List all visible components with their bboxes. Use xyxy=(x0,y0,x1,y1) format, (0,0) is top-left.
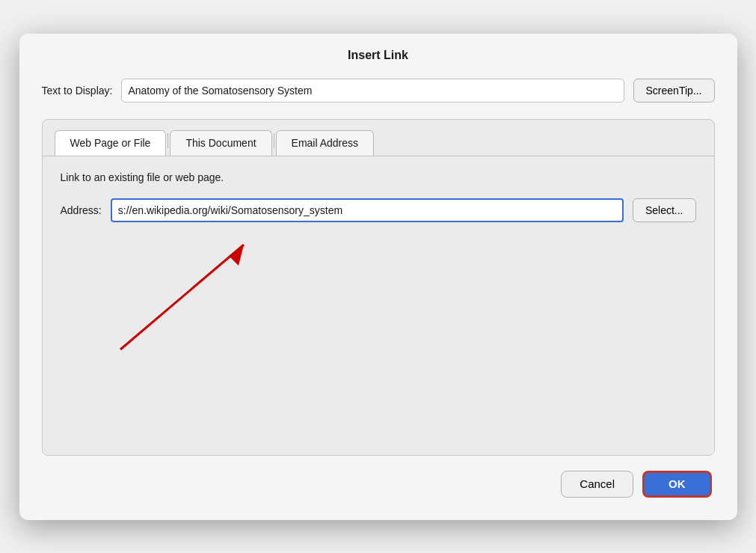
svg-line-0 xyxy=(120,245,244,349)
link-description: Link to an existing file or web page. xyxy=(61,171,696,183)
red-arrow-annotation xyxy=(105,230,330,357)
bottom-row: Cancel OK xyxy=(42,471,715,498)
tab-email-address[interactable]: Email Address xyxy=(276,130,374,156)
ok-button[interactable]: OK xyxy=(642,471,712,498)
tab-web-page-or-file[interactable]: Web Page or File xyxy=(55,130,167,156)
screentip-button[interactable]: ScreenTip... xyxy=(633,79,715,103)
insert-link-dialog: Insert Link Text to Display: ScreenTip..… xyxy=(19,34,737,520)
svg-marker-1 xyxy=(229,245,244,266)
content-area: Link to an existing file or web page. Ad… xyxy=(43,156,714,455)
dialog-title: Insert Link xyxy=(42,49,715,62)
tab-this-document[interactable]: This Document xyxy=(170,130,271,156)
annotation-container xyxy=(61,230,696,364)
address-input[interactable] xyxy=(111,198,624,222)
text-to-display-label: Text to Display: xyxy=(42,85,113,97)
tab-separator-1 xyxy=(168,133,168,148)
tabs-container: Web Page or File This Document Email Add… xyxy=(42,119,715,456)
select-button[interactable]: Select... xyxy=(633,198,696,222)
tabs-row: Web Page or File This Document Email Add… xyxy=(43,120,714,156)
address-label: Address: xyxy=(61,204,102,216)
text-to-display-input[interactable] xyxy=(121,79,624,103)
text-to-display-row: Text to Display: ScreenTip... xyxy=(42,79,715,103)
address-row: Address: Select... xyxy=(61,198,696,222)
tab-separator-2 xyxy=(274,133,274,148)
cancel-button[interactable]: Cancel xyxy=(561,471,633,498)
